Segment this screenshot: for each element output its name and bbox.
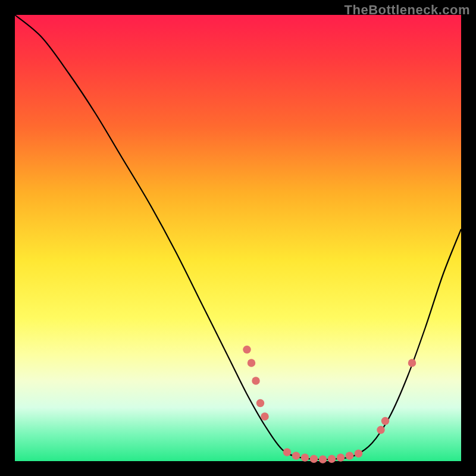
data-marker xyxy=(337,453,345,462)
data-marker xyxy=(283,448,291,456)
data-marker xyxy=(248,359,255,367)
bottleneck-gradient-plot xyxy=(15,15,461,461)
data-marker xyxy=(346,452,354,460)
data-marker xyxy=(243,346,250,354)
data-marker xyxy=(381,417,390,425)
data-marker xyxy=(252,377,259,385)
data-marker xyxy=(261,412,268,421)
data-marker xyxy=(301,453,309,462)
data-marker xyxy=(377,426,385,434)
data-marker xyxy=(355,450,363,458)
chart-svg xyxy=(15,15,461,461)
marker-group xyxy=(243,346,416,464)
data-marker xyxy=(256,399,264,408)
data-marker xyxy=(408,359,416,367)
data-marker xyxy=(292,452,300,460)
data-marker xyxy=(319,455,327,464)
data-marker xyxy=(310,455,318,464)
bottleneck-curve xyxy=(15,15,461,459)
data-marker xyxy=(328,455,336,464)
